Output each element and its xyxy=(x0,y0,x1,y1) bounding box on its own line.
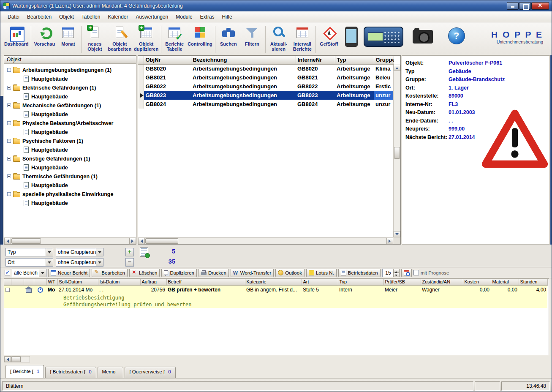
tree-group[interactable]: Arbeitsumgebungsbedingungen (1) xyxy=(4,65,136,74)
col-gruppe[interactable]: Gruppe xyxy=(374,56,394,64)
scroll-left-button[interactable] xyxy=(138,238,145,244)
bearbeiten-button[interactable]: Bearbeiten xyxy=(92,269,128,277)
scroll-left-button[interactable] xyxy=(4,357,11,362)
tab-betriebsdaten[interactable]: [ Betriebsdaten [0 xyxy=(45,367,96,378)
page-size-value[interactable]: 15 xyxy=(382,269,393,277)
report-col-typ[interactable]: Typ xyxy=(338,279,383,285)
report-horizontal-scrollbar[interactable] xyxy=(4,356,30,362)
scroll-right-button[interactable] xyxy=(129,238,136,244)
report-col-auftrag[interactable]: Auftrag xyxy=(140,279,166,285)
scroll-thumb[interactable] xyxy=(145,238,178,244)
menu-auswertungen[interactable]: Auswertungen xyxy=(132,13,172,21)
tab-memo[interactable]: Memo xyxy=(98,367,124,378)
collapse-icon[interactable] xyxy=(5,288,10,292)
object-row[interactable]: GB8022 Arbeitsumgebungsbedingungen GB802… xyxy=(138,82,394,91)
report-col-ist-datum[interactable]: Ist-Datum xyxy=(98,279,140,285)
scroll-down-button[interactable] xyxy=(394,231,400,237)
tree-horizontal-scrollbar[interactable] xyxy=(4,237,136,244)
spinner-down-button[interactable] xyxy=(393,273,400,277)
tab-querverweise[interactable]: [ Querverweise [0 xyxy=(125,367,175,378)
report-col-betreff[interactable]: Betreff xyxy=(166,279,245,285)
collapse-icon[interactable] xyxy=(7,139,11,143)
neues-objekt-button[interactable]: neuesObjekt xyxy=(83,24,106,52)
camera-icon[interactable] xyxy=(413,30,433,44)
minimize-button[interactable] xyxy=(507,2,519,10)
neuer-bericht-button[interactable]: Neuer Bericht xyxy=(48,269,90,277)
report-filter-combo[interactable]: alle Berich xyxy=(12,269,46,277)
close-button[interactable] xyxy=(531,2,549,10)
remove-filter-button[interactable] xyxy=(125,258,134,267)
tab-berichte[interactable]: [ Berichte [1 xyxy=(5,365,44,378)
tree-group[interactable]: Sonstige Gefährdungen (1) xyxy=(4,154,136,163)
tree-group[interactable]: spezielle physikalische Einwirkunge xyxy=(4,190,136,199)
add-filter-button[interactable] xyxy=(125,248,134,256)
objekt-bearbeiten-button[interactable]: Objektbearbeiten xyxy=(106,24,133,52)
chevron-down-icon[interactable] xyxy=(46,248,53,256)
page-size-spinner[interactable]: 15 xyxy=(382,269,400,277)
report-col-stunden[interactable]: Stunden xyxy=(519,279,547,285)
collapse-icon[interactable] xyxy=(7,157,11,161)
report-col-zustaendig[interactable]: Zuständig/AN xyxy=(421,279,463,285)
tree-item[interactable]: Hauptgebäude xyxy=(4,181,136,190)
object-row[interactable]: GB8020 Arbeitsumgebungsbedingungen GB802… xyxy=(138,64,394,73)
spinner-up-button[interactable] xyxy=(393,269,400,273)
duplizieren-button[interactable]: Duplizieren xyxy=(161,269,197,277)
menu-module[interactable]: Module xyxy=(172,13,196,21)
monat-button[interactable]: Monat xyxy=(56,24,80,46)
tree-item[interactable]: Hauptgebäude xyxy=(4,145,136,154)
typ-filter-combo[interactable]: Typ xyxy=(5,248,53,256)
grouping-combo-1[interactable]: ohne Gruppierung xyxy=(56,248,103,256)
tree-item[interactable]: Hauptgebäude xyxy=(4,110,136,119)
report-col-art[interactable]: Art xyxy=(302,279,338,285)
menu-hilfe[interactable]: Hilfe xyxy=(218,13,236,21)
menu-extras[interactable]: Extras xyxy=(196,13,218,21)
vorschau-button[interactable]: Vorschau xyxy=(33,24,56,46)
tree-item[interactable]: Hauptgebäude xyxy=(4,74,136,83)
menu-kalender[interactable]: Kalender xyxy=(104,13,132,21)
menu-objekt[interactable]: Objekt xyxy=(55,13,78,21)
scroll-thumb[interactable] xyxy=(394,147,400,159)
tree-item[interactable]: Hauptgebäude xyxy=(4,199,136,207)
filter-active-checkbox[interactable] xyxy=(5,270,10,275)
report-col-pruefer[interactable]: Prüfer/SB xyxy=(383,279,421,285)
report-col-soll-datum[interactable]: Soll-Datum xyxy=(57,279,98,285)
help-button[interactable] xyxy=(448,27,465,44)
scroll-up-button[interactable] xyxy=(394,65,400,71)
collapse-icon[interactable] xyxy=(7,103,11,107)
chevron-down-icon[interactable] xyxy=(46,259,53,266)
menu-datei[interactable]: Datei xyxy=(4,13,23,21)
collapse-icon[interactable] xyxy=(7,174,11,178)
tree-group[interactable]: Physische Belastung/Arbeitsschwer xyxy=(4,119,136,128)
tree-item[interactable]: Hauptgebäude xyxy=(4,128,136,136)
report-col-kategorie[interactable]: Kategorie xyxy=(245,279,302,285)
dashboard-button[interactable]: Dashboard xyxy=(3,24,30,46)
col-typ[interactable]: Typ xyxy=(335,56,374,64)
object-table-vertical-scrollbar[interactable] xyxy=(393,65,400,237)
tree-item[interactable]: Hauptgebäude xyxy=(4,92,136,101)
chevron-down-icon[interactable] xyxy=(96,248,103,256)
suchen-button[interactable]: Suchen xyxy=(217,24,240,46)
word-transfer-button[interactable]: Word-Transfer xyxy=(231,269,274,277)
ort-filter-combo[interactable]: Ort xyxy=(5,258,53,267)
tree-group[interactable]: Thermische Gefährdungen (1) xyxy=(4,172,136,181)
prognose-checkbox[interactable] xyxy=(413,270,419,275)
gefstoff-button[interactable]: GefStoff xyxy=(317,24,341,46)
tree-group[interactable]: Psychische Faktoren (1) xyxy=(4,136,136,145)
maximize-button[interactable] xyxy=(519,2,531,10)
report-row[interactable]: Mo 27.01.2014 Mo . . 20756 GB prüfen + b… xyxy=(4,285,547,294)
tree-item[interactable]: Hauptgebäude xyxy=(4,163,136,172)
object-row[interactable]: GB8024 Arbeitsumgebungsbedingungen GB802… xyxy=(138,100,394,109)
collapse-icon[interactable] xyxy=(7,121,11,125)
betriebsdaten-button[interactable]: Betriebsdaten xyxy=(338,269,381,277)
object-table-horizontal-scrollbar[interactable] xyxy=(138,237,393,244)
chevron-down-icon[interactable] xyxy=(39,269,46,277)
col-objnr[interactable]: ObjNr xyxy=(144,56,191,64)
tree-column-header[interactable]: Objekt xyxy=(4,56,136,64)
aktualisieren-button[interactable]: Aktuali-sieren xyxy=(267,24,291,52)
collapse-icon[interactable] xyxy=(7,192,11,196)
col-internenr[interactable]: InterneNr xyxy=(296,56,335,64)
controlling-button[interactable]: Controlling xyxy=(186,24,214,46)
collapse-icon[interactable] xyxy=(7,86,11,90)
object-row[interactable]: GB8021 Arbeitsumgebungsbedingungen GB802… xyxy=(138,73,394,82)
object-row-selected[interactable]: GB8023 Arbeitsumgebungsbedingungen GB802… xyxy=(138,91,394,100)
